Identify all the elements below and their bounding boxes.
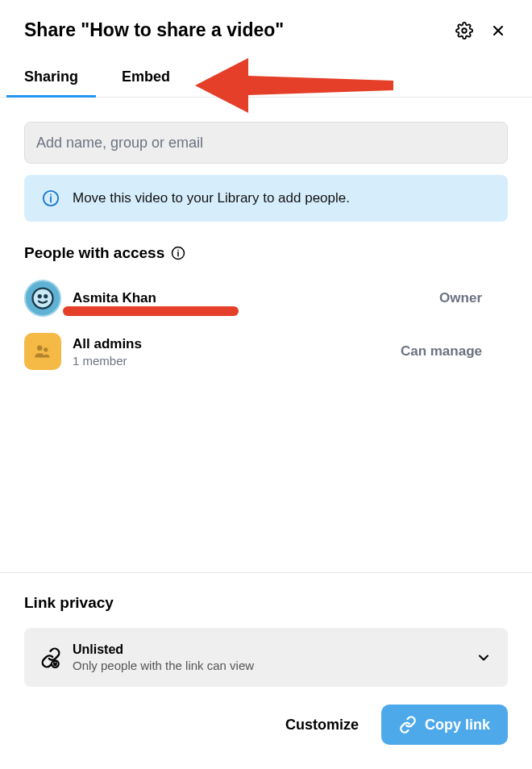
chevron-down-icon — [476, 650, 492, 666]
customize-button[interactable]: Customize — [279, 707, 365, 743]
group-name: All admins — [73, 336, 389, 352]
tab-embed[interactable]: Embed — [122, 54, 170, 97]
privacy-selector[interactable]: Unlisted Only people with the link can v… — [24, 628, 508, 687]
svg-point-14 — [44, 347, 48, 351]
copy-link-button[interactable]: Copy link — [381, 705, 508, 745]
link-icon — [40, 647, 61, 668]
user-avatar — [24, 280, 61, 317]
svg-rect-16 — [53, 663, 56, 666]
person-name: Asmita Khan — [73, 290, 428, 306]
svg-point-12 — [44, 295, 47, 297]
footer-actions: Customize Copy link — [24, 705, 508, 745]
close-button[interactable] — [488, 21, 508, 40]
info-icon[interactable] — [171, 246, 185, 260]
privacy-text: Unlisted Only people with the link can v… — [73, 642, 464, 672]
access-details: Asmita Khan — [73, 290, 428, 306]
access-section-title: People with access — [24, 244, 164, 262]
redaction-bar — [63, 306, 239, 316]
tab-bar: Sharing Embed — [0, 54, 532, 98]
role-label[interactable]: Can manage — [401, 343, 508, 360]
access-item-owner: Asmita Khan Owner — [24, 280, 508, 317]
access-item-admins: All admins 1 member Can manage — [24, 333, 508, 370]
add-people-input[interactable] — [36, 135, 496, 152]
settings-button[interactable] — [455, 21, 474, 40]
role-label: Owner — [439, 290, 508, 306]
access-list: Asmita Khan Owner All admins 1 member Ca… — [24, 280, 508, 370]
svg-point-11 — [39, 295, 41, 297]
dialog-title: Share "How to share a video" — [24, 19, 284, 41]
header-actions — [455, 21, 508, 40]
banner-text: Move this video to your Library to add p… — [73, 190, 350, 206]
copy-link-label: Copy link — [425, 717, 490, 734]
svg-point-13 — [37, 345, 43, 351]
privacy-description: Only people with the link can view — [73, 659, 464, 672]
svg-point-9 — [178, 250, 180, 251]
face-icon — [31, 286, 55, 310]
tab-sharing[interactable]: Sharing — [24, 54, 78, 97]
gear-icon — [455, 22, 473, 39]
group-avatar — [24, 333, 61, 370]
access-details: All admins 1 member — [73, 336, 389, 368]
add-people-input-wrapper[interactable] — [24, 122, 508, 164]
access-section-header: People with access — [24, 244, 508, 262]
svg-point-0 — [462, 28, 467, 33]
link-privacy-title: Link privacy — [24, 594, 508, 612]
info-icon — [42, 189, 60, 207]
privacy-label: Unlisted — [73, 642, 464, 657]
member-count: 1 member — [73, 354, 389, 368]
close-icon — [490, 23, 506, 39]
link-icon — [399, 716, 417, 734]
svg-point-6 — [50, 194, 52, 196]
svg-point-10 — [33, 289, 53, 309]
people-icon — [32, 341, 53, 362]
library-info-banner: Move this video to your Library to add p… — [24, 175, 508, 222]
